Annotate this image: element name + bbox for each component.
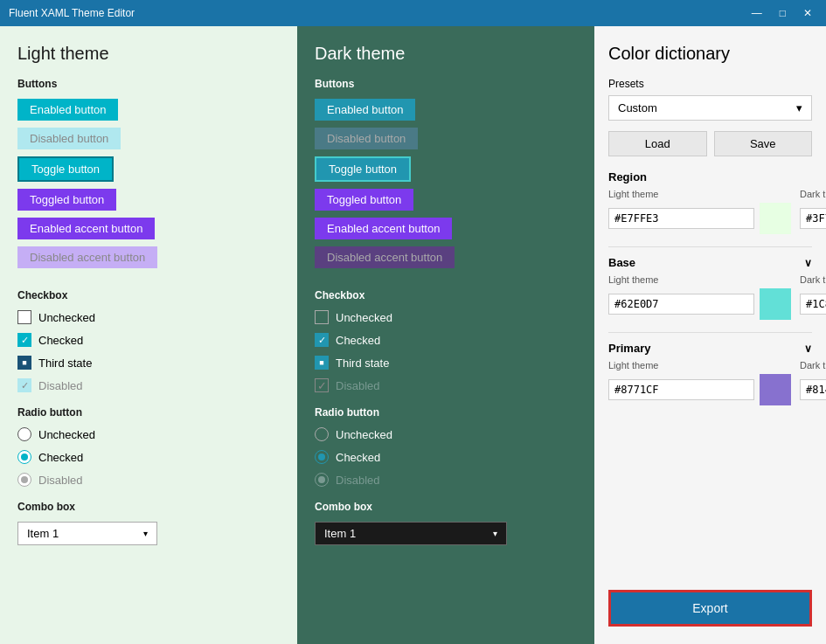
minimize-button[interactable]: — — [746, 6, 767, 20]
light-buttons-label: Buttons — [17, 78, 280, 90]
region-dark-color-row — [800, 203, 826, 234]
light-checkbox-unchecked-box[interactable] — [17, 310, 31, 324]
dark-toggle-button[interactable]: Toggle button — [315, 156, 411, 182]
load-save-row: Load Save — [608, 131, 812, 156]
dark-radio-checked-row: Checked — [315, 450, 577, 464]
light-toggle-button[interactable]: Toggle button — [17, 156, 114, 182]
light-checkbox-unchecked-row: Unchecked — [17, 310, 280, 324]
dark-accent-disabled-button: Disabled accent button — [315, 246, 455, 268]
base-light-color-swatch[interactable] — [760, 288, 791, 320]
base-colors-row: Light theme Dark theme — [608, 274, 812, 320]
dark-combo-section: Combo box Item 1 ▾ — [315, 501, 577, 545]
light-theme-title: Light theme — [17, 44, 280, 64]
region-dark-label: Dark theme — [800, 189, 826, 199]
dark-checkbox-label: Checkbox — [315, 289, 577, 301]
dark-radio-unchecked-row: Unchecked — [315, 427, 577, 441]
title-bar: Fluent XAML Theme Editor — □ ✕ — [0, 0, 826, 26]
primary-label: Primary — [608, 342, 650, 355]
load-button[interactable]: Load — [608, 131, 707, 156]
window-controls: — □ ✕ — [746, 6, 817, 20]
region-dark-hex-input[interactable] — [800, 208, 826, 229]
region-light-color-swatch[interactable] — [760, 203, 791, 234]
primary-light-label: Light theme — [608, 360, 791, 370]
dark-radio-checked-text: Checked — [336, 451, 380, 464]
preset-select[interactable]: Custom ▾ — [608, 95, 812, 121]
primary-chevron-icon[interactable]: ∨ — [804, 343, 812, 355]
base-dark-col: Dark theme — [800, 274, 826, 320]
light-radio-checked-text: Checked — [38, 451, 83, 464]
base-light-hex-input[interactable] — [608, 294, 754, 315]
light-combo-label: Combo box — [17, 501, 280, 513]
base-label: Base — [608, 256, 635, 269]
region-light-label: Light theme — [608, 189, 791, 199]
maximize-button[interactable]: □ — [774, 6, 791, 20]
light-toggled-button[interactable]: Toggled button — [17, 189, 116, 211]
light-radio-unchecked-row: Unchecked — [17, 427, 280, 441]
base-dark-color-row — [800, 288, 826, 320]
primary-section: Primary ∨ Light theme Dark theme — [608, 342, 812, 405]
save-button[interactable]: Save — [714, 131, 813, 156]
dark-checkbox-unchecked-text: Unchecked — [336, 311, 392, 324]
light-checkbox-disabled-row: ✓ Disabled — [17, 378, 280, 392]
dark-radio-unchecked-text: Unchecked — [336, 428, 392, 441]
dark-checkbox-third-box[interactable]: ■ — [315, 356, 329, 370]
light-radio-checked-circle[interactable] — [17, 450, 31, 464]
light-accent-enabled-button[interactable]: Enabled accent button — [17, 218, 155, 239]
dark-radio-disabled-text: Disabled — [336, 474, 380, 487]
dark-toggled-button[interactable]: Toggled button — [315, 189, 413, 211]
light-checkbox-unchecked-text: Unchecked — [38, 311, 95, 324]
light-accent-disabled-button: Disabled accent button — [17, 246, 157, 268]
light-checkbox-checked-box[interactable]: ✓ — [17, 333, 31, 347]
region-light-col: Light theme — [608, 189, 791, 234]
dark-radio-checked-circle[interactable] — [315, 450, 329, 464]
base-light-col: Light theme — [608, 274, 791, 320]
primary-light-hex-input[interactable] — [608, 379, 754, 400]
dark-radio-section: Radio button Unchecked Checked Disabled — [315, 406, 577, 487]
light-radio-disabled-circle — [17, 473, 31, 487]
dark-checkbox-unchecked-box[interactable] — [315, 310, 329, 324]
light-radio-checked-row: Checked — [17, 450, 280, 464]
region-light-hex-input[interactable] — [608, 208, 754, 229]
primary-light-color-swatch[interactable] — [760, 374, 791, 405]
dark-enabled-button[interactable]: Enabled button — [315, 99, 415, 121]
light-checkbox-label: Checkbox — [17, 289, 280, 301]
primary-light-color-row — [608, 374, 791, 405]
dark-radio-unchecked-circle[interactable] — [315, 427, 329, 441]
dark-buttons-label: Buttons — [315, 78, 577, 90]
dark-checkbox-third-text: Third state — [336, 357, 389, 370]
base-dark-hex-input[interactable] — [800, 294, 826, 315]
dark-checkbox-checked-box[interactable]: ✓ — [315, 333, 329, 347]
primary-dark-color-row — [800, 374, 826, 405]
color-dict-title: Color dictionary — [608, 44, 812, 64]
dark-radio-disabled-row: Disabled — [315, 473, 577, 487]
dark-disabled-button: Disabled button — [315, 128, 418, 149]
preset-chevron-icon: ▾ — [796, 101, 802, 114]
dark-combo-chevron-icon: ▾ — [493, 529, 497, 538]
dark-combo-value: Item 1 — [324, 527, 356, 540]
region-light-color-row — [608, 203, 791, 234]
close-button[interactable]: ✕ — [798, 6, 817, 20]
light-radio-unchecked-circle[interactable] — [17, 427, 31, 441]
primary-dark-hex-input[interactable] — [800, 379, 826, 400]
light-combo-section: Combo box Item 1 ▾ — [17, 501, 280, 545]
dark-checkbox-checked-row: ✓ Checked — [315, 333, 577, 347]
light-disabled-button: Disabled button — [17, 128, 121, 149]
dark-theme-panel: Dark theme Buttons Enabled button Disabl… — [297, 26, 594, 644]
light-radio-label: Radio button — [17, 406, 280, 419]
dark-radio-label: Radio button — [315, 406, 577, 419]
base-chevron-icon[interactable]: ∨ — [804, 257, 812, 269]
base-header: Base ∨ — [608, 256, 812, 269]
dark-combo-box[interactable]: Item 1 ▾ — [315, 522, 507, 545]
light-radio-disabled-row: Disabled — [17, 473, 280, 487]
primary-dark-col: Dark theme — [800, 360, 826, 405]
light-combo-box[interactable]: Item 1 ▾ — [17, 522, 157, 545]
dark-checkbox-section: Checkbox Unchecked ✓ Checked ■ Third sta… — [315, 289, 577, 392]
primary-colors-row: Light theme Dark theme — [608, 360, 812, 405]
light-enabled-button[interactable]: Enabled button — [17, 99, 118, 121]
primary-dark-label: Dark theme — [800, 360, 826, 370]
dark-accent-enabled-button[interactable]: Enabled accent button — [315, 218, 452, 239]
export-button[interactable]: Export — [608, 590, 812, 627]
dark-buttons-group: Enabled button Disabled button Toggle bu… — [315, 99, 577, 275]
base-light-label: Light theme — [608, 274, 791, 285]
light-checkbox-third-box[interactable]: ■ — [17, 356, 31, 370]
